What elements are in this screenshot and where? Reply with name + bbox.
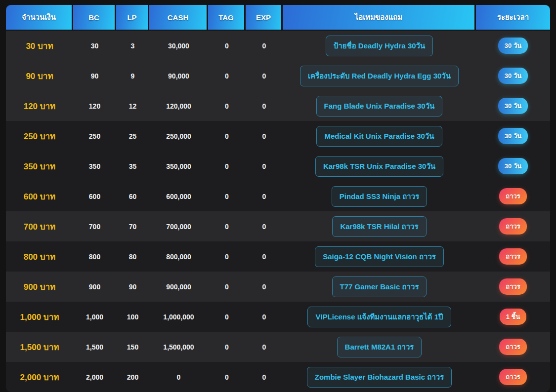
bc-cell: 90: [73, 72, 116, 80]
lp-value: 150: [127, 343, 138, 351]
amount-cell: 120 บาท: [6, 99, 73, 113]
duration-badge: ถาวร: [499, 188, 526, 204]
amount-text: 250 บาท: [24, 129, 56, 143]
tag-cell: 0: [208, 223, 246, 231]
bonus-item-box: Kar98k TSR Unix Paradise 30วัน: [315, 156, 443, 177]
amount-cell: 1,500 บาท: [6, 340, 73, 353]
bc-cell: 900: [73, 283, 116, 291]
amount-text: 90 บาท: [26, 69, 53, 82]
exp-value: 0: [262, 132, 266, 140]
tag-cell: 0: [208, 102, 246, 110]
duration-badge: 30 วัน: [498, 68, 528, 84]
duration-cell: 30 วัน: [476, 128, 550, 144]
cash-value: 1,500,000: [163, 343, 194, 351]
cash-cell: 700,000: [149, 223, 208, 231]
duration-badge: ถาวร: [499, 339, 526, 355]
lp-cell: 100: [116, 313, 149, 321]
bc-cell: 250: [73, 132, 116, 140]
tag-cell: 0: [208, 343, 246, 351]
bonus-item-box: Medical Kit Unix Paradise 30วัน: [316, 126, 442, 147]
item-cell: Medical Kit Unix Paradise 30วัน: [283, 126, 476, 147]
cash-value: 600,000: [166, 193, 191, 200]
item-cell: Zombie Slayer Biohazard Basic ถาวร: [283, 367, 476, 388]
lp-cell: 150: [116, 343, 149, 351]
amount-text: 800 บาท: [24, 250, 56, 263]
cash-value: 250,000: [166, 132, 191, 140]
amount-text: 120 บาท: [24, 99, 56, 113]
bonus-item-box: Zombie Slayer Biohazard Basic ถาวร: [307, 367, 452, 388]
exp-cell: 0: [246, 72, 283, 80]
exp-value: 0: [262, 162, 266, 170]
tag-cell: 0: [208, 193, 246, 200]
exp-cell: 0: [246, 313, 283, 321]
duration-cell: 30 วัน: [476, 38, 550, 54]
duration-badge: ถาวร: [499, 278, 526, 295]
lp-cell: 80: [116, 253, 149, 261]
cash-cell: 0: [149, 373, 208, 381]
tag-cell: 0: [208, 253, 246, 261]
table-row: 90 บาท 90 9 90,000 0 0 เครื่องประดับ Red…: [6, 61, 550, 91]
column-header-lp: LP: [116, 5, 149, 30]
duration-badge: ถาวร: [499, 369, 526, 385]
bc-cell: 350: [73, 162, 116, 170]
bonus-item-box: Kar98k TSR Hilal ถาวร: [332, 216, 426, 237]
amount-cell: 700 บาท: [6, 220, 73, 233]
bc-value: 900: [89, 283, 100, 291]
tag-value: 0: [225, 373, 229, 381]
table-row: 30 บาท 30 3 30,000 0 0 ป้ายชื่อ Deadly H…: [6, 31, 550, 61]
cash-cell: 600,000: [149, 193, 208, 200]
table-row: 1,000 บาท 1,000 100 1,000,000 0 0 VIPLic…: [6, 302, 550, 332]
tag-value: 0: [225, 132, 229, 140]
tag-value: 0: [225, 193, 229, 200]
table-row: 900 บาท 900 90 900,000 0 0 T77 Gamer Bas…: [6, 272, 550, 302]
lp-value: 100: [127, 313, 138, 321]
exp-cell: 0: [246, 223, 283, 231]
duration-badge: 30 วัน: [498, 98, 528, 114]
bonus-item-box: เครื่องประดับ Red Deadly Hydra Egg 30วัน: [300, 66, 459, 86]
duration-cell: 1 ชิ้น: [476, 309, 550, 325]
table-row: 2,000 บาท 2,000 200 0 0 0 Zombie Slayer …: [6, 362, 550, 392]
exp-cell: 0: [246, 42, 283, 50]
exp-cell: 0: [246, 373, 283, 381]
bc-cell: 1,000: [73, 313, 116, 321]
amount-text: 1,500 บาท: [20, 340, 59, 353]
item-cell: เครื่องประดับ Red Deadly Hydra Egg 30วัน: [283, 66, 476, 86]
tag-cell: 0: [208, 72, 246, 80]
exp-value: 0: [262, 42, 266, 50]
bonus-item-box: VIPLicense แจ้งทีมงานแลกอาวุธได้ 1ปี: [307, 307, 451, 327]
amount-cell: 1,000 บาท: [6, 310, 73, 323]
bc-cell: 700: [73, 223, 116, 231]
duration-cell: ถาวร: [476, 369, 550, 385]
lp-value: 70: [129, 223, 137, 231]
cash-value: 900,000: [166, 283, 191, 291]
bonus-item-box: Pindad SS3 Ninja ถาวร: [332, 186, 428, 207]
amount-text: 1,000 บาท: [20, 310, 59, 323]
column-header-item: ไอเทมของแถม: [283, 5, 476, 30]
amount-text: 30 บาท: [26, 39, 53, 52]
lp-cell: 3: [116, 42, 149, 50]
duration-badge: 30 วัน: [498, 38, 528, 54]
bc-value: 1,000: [86, 313, 103, 321]
cash-value: 120,000: [166, 102, 191, 110]
exp-value: 0: [262, 193, 266, 200]
amount-text: 700 บาท: [24, 220, 56, 233]
lp-cell: 60: [116, 193, 149, 200]
duration-cell: 30 วัน: [476, 98, 550, 114]
duration-badge: 1 ชิ้น: [500, 309, 527, 325]
bc-cell: 30: [73, 42, 116, 50]
item-cell: VIPLicense แจ้งทีมงานแลกอาวุธได้ 1ปี: [283, 307, 476, 327]
bc-value: 350: [89, 162, 100, 170]
duration-badge: 30 วัน: [498, 128, 528, 144]
amount-text: 900 บาท: [24, 280, 56, 293]
cash-value: 350,000: [166, 162, 191, 170]
bonus-item-box: Barrett M82A1 ถาวร: [337, 337, 422, 357]
item-cell: Kar98k TSR Unix Paradise 30วัน: [283, 156, 476, 177]
lp-value: 3: [131, 42, 135, 50]
lp-cell: 25: [116, 132, 149, 140]
duration-badge: 30 วัน: [498, 158, 528, 174]
lp-value: 9: [131, 72, 135, 80]
lp-value: 200: [127, 373, 138, 381]
column-header-tag: TAG: [208, 5, 246, 30]
exp-cell: 0: [246, 283, 283, 291]
tag-value: 0: [225, 162, 229, 170]
